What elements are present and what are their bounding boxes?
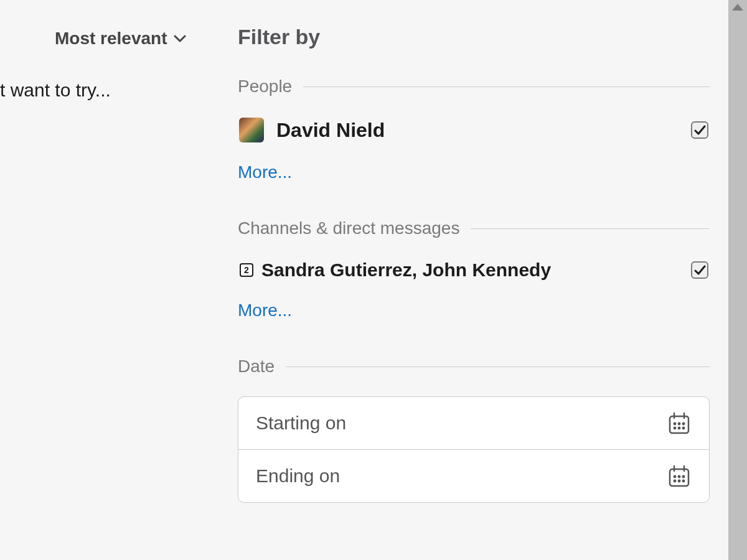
date-range-box: Starting on Ending on bbox=[238, 396, 710, 503]
channels-section: Channels & direct messages 2 Sandra Guti… bbox=[238, 218, 710, 320]
people-section: People David Nield More... bbox=[238, 77, 710, 182]
sort-label: Most relevant bbox=[55, 29, 167, 49]
date-end-field[interactable]: Ending on bbox=[238, 449, 709, 502]
svg-point-7 bbox=[679, 427, 680, 429]
checkbox-checked[interactable] bbox=[691, 121, 708, 139]
date-section: Date Starting on Ending on bbox=[238, 357, 710, 503]
channels-more-link[interactable]: More... bbox=[238, 301, 292, 320]
panel-scrollbar[interactable] bbox=[715, 0, 728, 560]
person-name: David Nield bbox=[276, 119, 691, 142]
svg-point-8 bbox=[683, 427, 684, 429]
date-start-field[interactable]: Starting on bbox=[238, 397, 709, 449]
checkbox-checked[interactable] bbox=[691, 261, 708, 279]
svg-point-14 bbox=[679, 480, 680, 482]
dm-count-icon: 2 bbox=[239, 263, 254, 278]
people-heading-row: People bbox=[238, 77, 710, 96]
date-end-placeholder: Ending on bbox=[256, 465, 340, 487]
calendar-icon bbox=[667, 411, 692, 436]
svg-point-3 bbox=[674, 423, 675, 424]
chevron-down-icon bbox=[174, 34, 186, 43]
svg-text:2: 2 bbox=[244, 265, 249, 275]
divider bbox=[303, 86, 710, 87]
people-filter-item[interactable]: David Nield bbox=[238, 116, 710, 144]
svg-point-11 bbox=[679, 476, 680, 477]
svg-point-15 bbox=[683, 480, 684, 482]
svg-point-6 bbox=[674, 427, 675, 429]
svg-point-13 bbox=[674, 480, 675, 482]
svg-point-12 bbox=[683, 476, 684, 477]
date-heading-row: Date bbox=[238, 357, 710, 376]
channels-heading-row: Channels & direct messages bbox=[238, 218, 710, 238]
people-heading: People bbox=[238, 77, 292, 96]
svg-point-5 bbox=[683, 423, 684, 424]
window-scrollbar[interactable] bbox=[728, 0, 747, 560]
date-heading: Date bbox=[238, 357, 275, 376]
calendar-icon bbox=[667, 464, 692, 488]
avatar bbox=[239, 118, 264, 142]
divider bbox=[471, 228, 710, 229]
channel-filter-item[interactable]: 2 Sandra Gutierrez, John Kennedy bbox=[238, 258, 710, 282]
svg-point-4 bbox=[679, 423, 680, 424]
people-more-link[interactable]: More... bbox=[238, 162, 292, 182]
channels-heading: Channels & direct messages bbox=[238, 218, 459, 238]
date-start-placeholder: Starting on bbox=[256, 413, 346, 434]
filter-title: Filter by bbox=[238, 25, 710, 49]
divider bbox=[286, 366, 710, 367]
sort-dropdown[interactable]: Most relevant bbox=[55, 29, 186, 49]
channel-name: Sandra Gutierrez, John Kennedy bbox=[261, 259, 691, 281]
filter-panel: Filter by People David Nield More... Cha… bbox=[238, 25, 710, 503]
scroll-up-icon[interactable] bbox=[732, 4, 743, 11]
search-result-snippet: t want to try... bbox=[0, 80, 111, 101]
svg-point-10 bbox=[674, 476, 675, 477]
